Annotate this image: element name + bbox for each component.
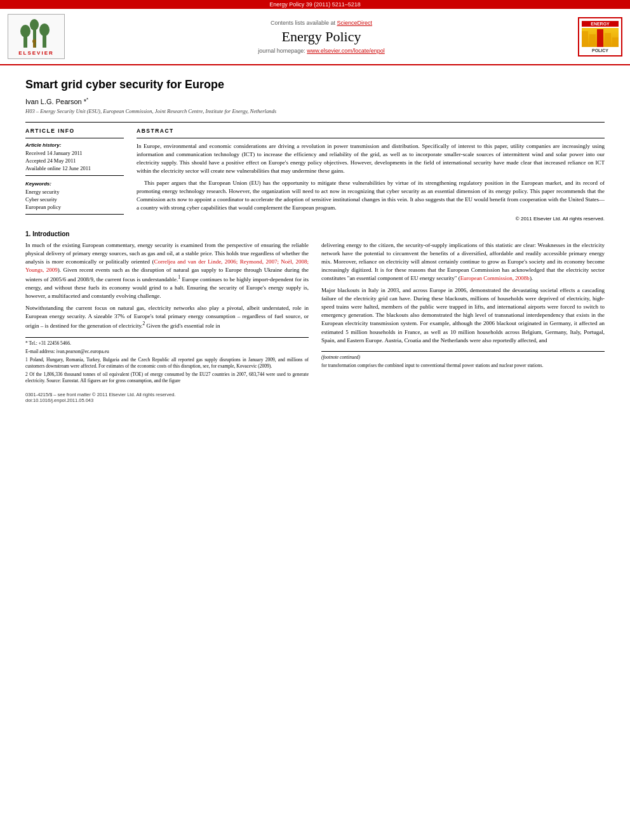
ai-divider3 bbox=[25, 214, 124, 215]
article-info-abstract: Article info Article history: Received 1… bbox=[25, 128, 605, 222]
available-date: Available online 12 June 2011 bbox=[25, 165, 124, 171]
page-footer-left: 0301-4215/$ – see front matter © 2011 El… bbox=[25, 392, 309, 403]
abstract-para-2: This paper argues that the European Unio… bbox=[137, 179, 605, 212]
svg-point-1 bbox=[20, 25, 30, 37]
intro-para-2: Notwithstanding the current focus on nat… bbox=[25, 304, 309, 330]
abstract-divider bbox=[137, 138, 605, 138]
svg-point-3 bbox=[30, 19, 39, 30]
abstract-heading: Abstract bbox=[137, 128, 605, 134]
issn-info: 0301-4215/$ – see front matter © 2011 El… bbox=[25, 392, 309, 397]
svg-rect-10 bbox=[597, 29, 603, 47]
energy-policy-badge: ENERGY POLICY bbox=[578, 17, 622, 57]
ai-divider bbox=[25, 138, 124, 138]
abstract-section: Abstract In Europe, environmental and ec… bbox=[137, 128, 605, 222]
svg-rect-4 bbox=[43, 35, 46, 48]
svg-rect-0 bbox=[23, 36, 27, 48]
footnote-star: * Tel.: +31 22456 5466. bbox=[25, 340, 309, 347]
svg-rect-7 bbox=[33, 43, 36, 48]
right-para-2: Major blackouts in Italy in 2003, and ac… bbox=[321, 286, 605, 344]
footnote-continued-label: (footnote continued) bbox=[321, 354, 605, 361]
body-text: 1. Introduction In much of the existing … bbox=[25, 230, 605, 403]
journal-name: Energy Policy bbox=[71, 29, 572, 45]
svg-rect-9 bbox=[589, 34, 596, 47]
footnote-continued-text: for transformation comprises the combine… bbox=[321, 363, 605, 369]
footnote-2: 2 Of the 1,806,336 thousand tonnes of oi… bbox=[25, 371, 309, 384]
section-1-right: delivering energy to the citizen, the se… bbox=[321, 241, 605, 403]
footnotes-right: (footnote continued) for transformation … bbox=[321, 351, 605, 369]
keyword-2: Cyber security bbox=[25, 196, 124, 203]
svg-point-5 bbox=[39, 23, 50, 36]
journal-homepage: journal homepage: www.elsevier.com/locat… bbox=[71, 48, 572, 54]
badge-bottom-text: POLICY bbox=[582, 48, 619, 53]
elsevier-brand-text: ELSEVIER bbox=[18, 50, 54, 56]
paper-affiliation: H03 – Energy Security Unit (ESU), Europe… bbox=[25, 108, 605, 114]
svg-rect-8 bbox=[582, 31, 588, 47]
section-1-left: In much of the existing European comment… bbox=[25, 241, 309, 403]
paper-title: Smart grid cyber security for Europe bbox=[25, 78, 605, 91]
right-para-1: delivering energy to the citizen, the se… bbox=[321, 241, 605, 283]
svg-rect-11 bbox=[605, 33, 611, 47]
science-direct-link[interactable]: ScienceDirect bbox=[337, 20, 373, 26]
paper-authors: Ivan L.G. Pearson ** bbox=[25, 97, 605, 105]
journal-header: ELSEVIER Contents lists available at Sci… bbox=[0, 9, 630, 65]
copyright-notice: © 2011 Elsevier Ltd. All rights reserved… bbox=[137, 216, 605, 222]
abstract-para-1: In Europe, environmental and economic co… bbox=[137, 142, 605, 175]
accepted-date: Accepted 24 May 2011 bbox=[25, 157, 124, 164]
doi-info: doi:10.1016/j.enpol.2011.05.043 bbox=[25, 397, 309, 403]
received-date: Received 14 January 2011 bbox=[25, 150, 124, 156]
intro-para-1: In much of the existing European comment… bbox=[25, 241, 309, 300]
elsevier-logo: ELSEVIER bbox=[8, 14, 65, 59]
footnote-1: 1 Poland, Hungary, Romania, Turkey, Bulg… bbox=[25, 357, 309, 370]
article-info-section: Article info Article history: Received 1… bbox=[25, 128, 124, 222]
section-1-columns: In much of the existing European comment… bbox=[25, 241, 605, 403]
keywords-section: Keywords: Energy security Cyber security… bbox=[25, 181, 124, 210]
journal-title-section: Contents lists available at ScienceDirec… bbox=[71, 20, 572, 54]
keyword-3: European policy bbox=[25, 204, 124, 210]
elsevier-tree-icon bbox=[17, 17, 55, 49]
history-label: Article history: bbox=[25, 142, 124, 148]
article-info-heading: Article info bbox=[25, 128, 124, 134]
ai-divider2 bbox=[25, 175, 124, 176]
header-divider bbox=[25, 122, 605, 123]
homepage-link[interactable]: www.elsevier.com/locate/enpol bbox=[307, 48, 385, 54]
keyword-1: Energy security bbox=[25, 189, 124, 195]
svg-rect-12 bbox=[612, 37, 619, 47]
journal-citation: Energy Policy 39 (2011) 5211–5218 bbox=[269, 1, 361, 8]
section-1-title: 1. Introduction bbox=[25, 230, 605, 237]
badge-top-text: ENERGY bbox=[582, 21, 619, 27]
journal-citation-bar: Energy Policy 39 (2011) 5211–5218 bbox=[0, 0, 630, 9]
svg-point-6 bbox=[32, 39, 36, 43]
footnotes-left: * Tel.: +31 22456 5466. E-mail address: … bbox=[25, 337, 309, 385]
footnote-email: E-mail address: ivan.pearson@ec.europa.e… bbox=[25, 349, 309, 355]
badge-chart bbox=[582, 28, 619, 47]
keywords-label: Keywords: bbox=[25, 181, 124, 187]
abstract-text: In Europe, environmental and economic co… bbox=[137, 142, 605, 212]
science-direct-label: Contents lists available at ScienceDirec… bbox=[71, 20, 572, 26]
paper-body: Smart grid cyber security for Europe Iva… bbox=[0, 65, 630, 416]
